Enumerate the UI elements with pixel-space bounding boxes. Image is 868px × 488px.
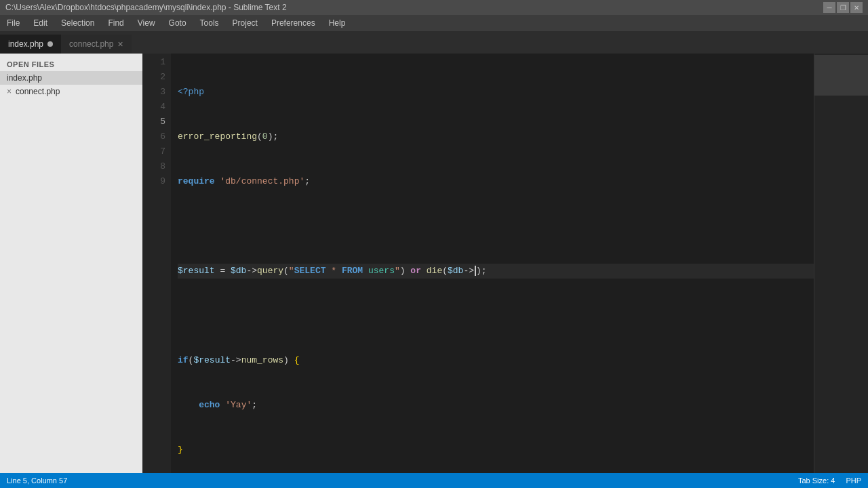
code-editor[interactable]: <?php error_reporting(0); require 'db/co… (171, 54, 814, 473)
line-num-1: 1 (142, 55, 165, 70)
tab-modified-dot (47, 41, 53, 47)
title-text: C:\Users\Alex\Dropbox\htdocs\phpacademy\… (5, 3, 287, 12)
line-num-3: 3 (142, 85, 165, 100)
tab-label-connect: connect.php (69, 39, 113, 49)
line-num-8: 8 (142, 159, 165, 174)
sidebar-close-icon[interactable]: × (7, 87, 12, 96)
minimap (814, 54, 868, 473)
sidebar-item-index-php[interactable]: index.php (0, 71, 142, 85)
menu-goto[interactable]: Goto (162, 15, 193, 31)
close-button[interactable]: ✕ (850, 2, 863, 13)
menu-file[interactable]: File (0, 15, 26, 31)
menu-help[interactable]: Help (322, 15, 353, 31)
menu-bar: File Edit Selection Find View Goto Tools… (0, 15, 868, 31)
title-path: C:\Users\Alex\Dropbox\htdocs\phpacademy\… (5, 3, 287, 12)
tab-connect-php[interactable]: connect.php × (61, 35, 132, 54)
line-num-6: 6 (142, 129, 165, 144)
status-right: Tab Size: 4 PHP (798, 476, 861, 485)
tab-size: Tab Size: 4 (798, 476, 835, 485)
sidebar: OPEN FILES index.php × connect.php (0, 54, 142, 473)
sidebar-connect-file-name: connect.php (16, 87, 60, 96)
line-num-7: 7 (142, 144, 165, 159)
menu-project[interactable]: Project (226, 15, 264, 31)
code-line-4 (178, 219, 814, 234)
window-controls[interactable]: ─ ❐ ✕ (823, 2, 863, 13)
line-num-9: 9 (142, 174, 165, 189)
title-bar: C:\Users\Alex\Dropbox\htdocs\phpacademy\… (0, 0, 868, 15)
tab-label-index: index.php (8, 39, 43, 49)
maximize-button[interactable]: ❐ (837, 2, 849, 13)
code-line-5: $result = $db->query("SELECT * FROM user… (178, 264, 814, 279)
menu-selection[interactable]: Selection (54, 15, 101, 31)
line-num-4: 4 (142, 100, 165, 115)
code-line-3: require 'db/connect.php'; (178, 174, 814, 189)
sidebar-file-name: index.php (7, 73, 42, 83)
tab-bar: index.php connect.php × (0, 31, 868, 54)
minimize-button[interactable]: ─ (823, 2, 835, 13)
cursor-position: Line 5, Column 57 (7, 476, 67, 485)
tab-index-php[interactable]: index.php (0, 35, 61, 54)
menu-tools[interactable]: Tools (193, 15, 226, 31)
status-bar: Line 5, Column 57 Tab Size: 4 PHP (0, 473, 868, 488)
tab-close-connect[interactable]: × (117, 39, 123, 49)
sidebar-section-title: OPEN FILES (0, 58, 142, 71)
minimap-viewport (814, 55, 868, 96)
sidebar-item-connect-php[interactable]: × connect.php (0, 85, 142, 98)
code-line-8: echo 'Yay'; (178, 398, 814, 413)
main-area: OPEN FILES index.php × connect.php 1 2 3… (0, 54, 868, 473)
code-line-7: if($result->num_rows) { (178, 353, 814, 368)
line-numbers: 1 2 3 4 5 6 7 8 9 (142, 54, 171, 473)
code-line-2: error_reporting(0); (178, 129, 814, 144)
menu-preferences[interactable]: Preferences (264, 15, 322, 31)
code-line-9: } (178, 443, 814, 458)
language-indicator: PHP (846, 476, 861, 485)
editor[interactable]: 1 2 3 4 5 6 7 8 9 <?php error_reporting(… (142, 54, 868, 473)
menu-view[interactable]: View (131, 15, 162, 31)
menu-edit[interactable]: Edit (26, 15, 54, 31)
status-left: Line 5, Column 57 (7, 476, 67, 485)
line-num-5: 5 (142, 115, 165, 129)
menu-find[interactable]: Find (101, 15, 130, 31)
code-line-6 (178, 308, 814, 323)
code-line-1: <?php (178, 85, 814, 100)
line-num-2: 2 (142, 70, 165, 85)
